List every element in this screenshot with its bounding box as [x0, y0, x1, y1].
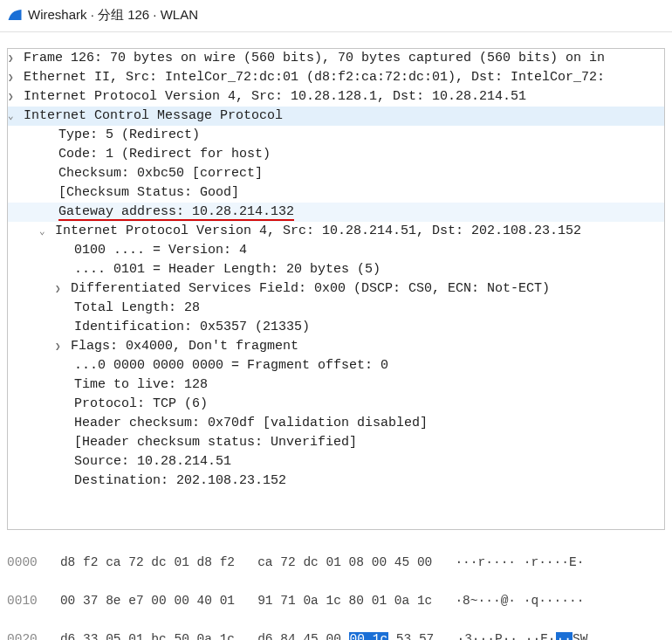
- tree-item-ip-hdrlen[interactable]: .... 0101 = Header Length: 20 bytes (5): [8, 260, 664, 279]
- tree-item-icmp[interactable]: ⌄Internet Control Message Protocol: [8, 107, 664, 126]
- wireshark-icon: [7, 7, 23, 23]
- chevron-right-icon[interactable]: ❯: [55, 279, 67, 299]
- chevron-right-icon[interactable]: ❯: [8, 87, 20, 107]
- tree-item-ip-hdrchk[interactable]: Header checksum: 0x70df [validation disa…: [8, 414, 664, 433]
- tree-item-ip-totlen[interactable]: Total Length: 28: [8, 299, 664, 318]
- hex-row[interactable]: 0010 00 37 8e e7 00 00 40 01 91 71 0a 1c…: [7, 591, 665, 610]
- selected-ascii: ··: [556, 632, 573, 640]
- selected-bytes: 00 1c: [349, 632, 389, 640]
- tree-item-icmp-checksum-status[interactable]: [Checksum Status: Good]: [8, 183, 664, 203]
- tree-item-ip-fragoff[interactable]: ...0 0000 0000 0000 = Fragment offset: 0: [8, 356, 664, 375]
- tree-item-icmp-checksum[interactable]: Checksum: 0xbc50 [correct]: [8, 164, 664, 183]
- tree-item-ip-dest[interactable]: Destination: 202.108.23.152: [8, 471, 664, 491]
- tree-item-ip-flags[interactable]: ❯Flags: 0x4000, Don't fragment: [8, 337, 664, 356]
- tree-item-ip-ttl[interactable]: Time to live: 128: [8, 375, 664, 395]
- chevron-down-icon[interactable]: ⌄: [8, 107, 20, 126]
- chevron-right-icon[interactable]: ❯: [8, 49, 20, 68]
- window-title: Wireshark · 分组 126 · WLAN: [28, 7, 198, 24]
- hex-row[interactable]: 0000 d8 f2 ca 72 dc 01 d8 f2 ca 72 dc 01…: [7, 553, 665, 572]
- chevron-right-icon[interactable]: ❯: [8, 68, 20, 87]
- tree-item-ip-hdrchk-status[interactable]: [Header checksum status: Unverified]: [8, 433, 664, 452]
- chevron-right-icon[interactable]: ❯: [55, 337, 67, 356]
- packet-bytes-pane[interactable]: 0000 d8 f2 ca 72 dc 01 d8 f2 ca 72 dc 01…: [7, 533, 665, 640]
- tree-item-frame[interactable]: ❯Frame 126: 70 bytes on wire (560 bits),…: [8, 49, 664, 68]
- tree-item-ip-proto[interactable]: Protocol: TCP (6): [8, 395, 664, 414]
- tree-item-icmp-gateway[interactable]: Gateway address: 10.28.214.132: [8, 203, 664, 222]
- chevron-down-icon[interactable]: ⌄: [39, 222, 51, 241]
- tree-item-icmp-code[interactable]: Code: 1 (Redirect for host): [8, 145, 664, 164]
- divider: [0, 31, 672, 32]
- tree-item-inner-ip[interactable]: ⌄Internet Protocol Version 4, Src: 10.28…: [8, 222, 664, 241]
- tree-item-ip-version[interactable]: 0100 .... = Version: 4: [8, 241, 664, 260]
- tree-item-ip-dsfield[interactable]: ❯Differentiated Services Field: 0x00 (DS…: [8, 279, 664, 299]
- tree-item-ethernet[interactable]: ❯Ethernet II, Src: IntelCor_72:dc:01 (d8…: [8, 68, 664, 87]
- packet-details-pane[interactable]: ❯Frame 126: 70 bytes on wire (560 bits),…: [7, 48, 665, 530]
- tree-item-icmp-type[interactable]: Type: 5 (Redirect): [8, 126, 664, 145]
- tree-item-ip-source[interactable]: Source: 10.28.214.51: [8, 452, 664, 471]
- window-titlebar: Wireshark · 分组 126 · WLAN: [0, 0, 672, 26]
- tree-item-ip-ident[interactable]: Identification: 0x5357 (21335): [8, 318, 664, 337]
- hex-row[interactable]: 0020 d6 33 05 01 bc 50 0a 1c d6 84 45 00…: [7, 630, 665, 640]
- tree-item-ip[interactable]: ❯Internet Protocol Version 4, Src: 10.28…: [8, 87, 664, 107]
